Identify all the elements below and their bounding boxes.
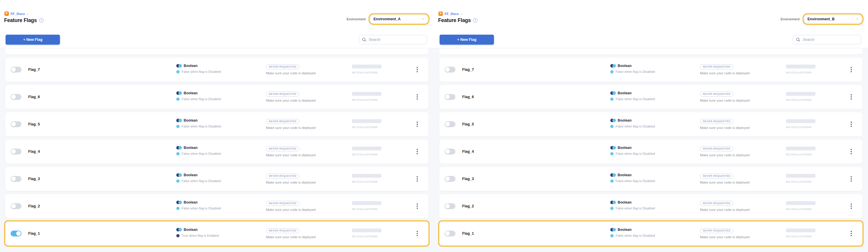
flag-list: Flag_7 Boolean False when flag is Disabl…	[0, 48, 434, 252]
chevron-right-icon: ›	[27, 12, 28, 15]
flag-status-label: False when flag is Disabled	[616, 207, 655, 210]
evaluations-placeholder-bar	[786, 147, 815, 150]
more-options-button[interactable]	[415, 229, 420, 238]
feature-flags-panel: ⚑ FF_Docs › Feature Flags i Environment …	[0, 0, 434, 252]
flag-toggle[interactable]	[444, 203, 456, 209]
evaluations-column: NO EVALUATIONS	[352, 65, 381, 74]
flag-row: Flag_6 Boolean False when flag is Disabl…	[439, 85, 862, 109]
environment-select-value: Environment_A	[373, 17, 401, 21]
evaluations-column: NO EVALUATIONS	[786, 119, 815, 129]
toggle-knob	[445, 122, 450, 127]
more-options-button[interactable]	[415, 202, 420, 210]
search-box[interactable]	[359, 35, 427, 44]
toolbar: + New Flag	[0, 29, 434, 48]
breadcrumb-project-link[interactable]: FF_Docs	[10, 12, 25, 15]
flag-name[interactable]: Flag_2	[28, 204, 40, 208]
flag-name[interactable]: Flag_1	[462, 231, 474, 235]
flag-type-column: Boolean False when flag is Disabled	[610, 173, 655, 183]
flag-toggle[interactable]	[10, 149, 22, 155]
more-options-button[interactable]	[849, 148, 854, 156]
new-flag-button[interactable]: + New Flag	[440, 35, 494, 45]
more-options-button[interactable]	[415, 175, 420, 183]
flag-toggle[interactable]	[444, 121, 456, 127]
evaluations-column: NO EVALUATIONS	[786, 92, 815, 101]
search-input[interactable]	[802, 37, 858, 42]
deploy-hint-label: Make sure your code is deployed	[700, 71, 750, 75]
flag-type-label: Boolean	[618, 173, 631, 177]
chevron-right-icon: ›	[461, 12, 462, 15]
flag-name[interactable]: Flag_2	[462, 204, 474, 208]
breadcrumb-project-link[interactable]: FF_Docs	[444, 12, 459, 15]
flag-type-label: Boolean	[184, 91, 197, 95]
flag-type-label: Boolean	[184, 118, 197, 123]
more-options-button[interactable]	[415, 93, 420, 101]
flag-toggle[interactable]	[10, 94, 22, 100]
flag-toggle[interactable]	[10, 176, 22, 182]
boolean-type-icon	[610, 228, 616, 231]
deploy-hint-label: Make sure your code is deployed	[700, 126, 750, 129]
flag-type-column: Boolean False when flag is Disabled	[610, 228, 655, 237]
flag-name[interactable]: Flag_3	[462, 177, 474, 181]
environment-select[interactable]: Environment_B ⌄	[804, 15, 862, 23]
evaluations-column: NO EVALUATIONS	[786, 201, 815, 211]
flag-name[interactable]: Flag_5	[462, 122, 474, 126]
flag-toggle[interactable]	[444, 230, 456, 237]
more-options-button[interactable]	[849, 175, 854, 183]
flag-toggle[interactable]	[10, 230, 22, 237]
more-options-button[interactable]	[849, 229, 854, 238]
more-options-button[interactable]	[415, 120, 420, 128]
boolean-type-icon	[176, 91, 182, 95]
flag-name[interactable]: Flag_7	[462, 68, 474, 72]
more-options-button[interactable]	[415, 65, 420, 74]
flag-name[interactable]: Flag_4	[28, 150, 40, 154]
variation-dot-icon	[176, 234, 180, 237]
more-options-button[interactable]	[415, 148, 420, 156]
search-input[interactable]	[368, 37, 424, 42]
flag-name[interactable]: Flag_7	[28, 68, 40, 72]
flag-type-label: Boolean	[618, 64, 631, 68]
flag-name[interactable]: Flag_4	[462, 150, 474, 154]
flag-toggle[interactable]	[444, 176, 456, 182]
page-title: Feature Flags	[4, 17, 37, 24]
flag-name[interactable]: Flag_5	[28, 122, 40, 126]
flag-type-label: Boolean	[618, 118, 631, 123]
deploy-hint-label: Make sure your code is deployed	[700, 153, 750, 157]
new-flag-button[interactable]: + New Flag	[6, 35, 60, 45]
flag-name[interactable]: Flag_3	[28, 177, 40, 181]
search-icon	[362, 38, 366, 42]
info-icon[interactable]: i	[473, 18, 477, 23]
flag-state-column: NEVER-REQUESTED Make sure your code is d…	[266, 227, 316, 239]
toggle-knob	[445, 177, 450, 181]
evaluations-placeholder-bar	[786, 174, 815, 178]
variation-dot-icon	[176, 97, 180, 101]
flag-toggle[interactable]	[444, 94, 456, 100]
title-row: Feature Flags i	[4, 17, 43, 24]
panel-header: ⚑ FF_Docs › Feature Flags i Environment …	[0, 0, 434, 29]
never-requested-badge: NEVER-REQUESTED	[700, 228, 734, 233]
flag-name[interactable]: Flag_6	[462, 95, 474, 99]
info-icon[interactable]: i	[39, 18, 43, 23]
never-requested-badge: NEVER-REQUESTED	[700, 201, 734, 206]
project-flag-logo-icon: ⚑	[4, 11, 9, 16]
deploy-hint-label: Make sure your code is deployed	[700, 181, 750, 184]
flag-name[interactable]: Flag_1	[28, 231, 40, 235]
flag-toggle[interactable]	[10, 203, 22, 209]
deploy-hint-label: Make sure your code is deployed	[266, 181, 316, 184]
evaluations-label: NO EVALUATIONS	[786, 125, 815, 129]
flag-type-column: Boolean False when flag is Disabled	[610, 200, 655, 210]
environment-select[interactable]: Environment_A ⌄	[370, 15, 428, 23]
evaluations-label: NO EVALUATIONS	[786, 153, 815, 156]
flag-name[interactable]: Flag_6	[28, 95, 40, 99]
flag-toggle[interactable]	[444, 67, 456, 72]
environment-select-value: Environment_B	[807, 17, 835, 21]
more-options-button[interactable]	[849, 120, 854, 128]
flag-toggle[interactable]	[10, 121, 22, 127]
more-options-button[interactable]	[849, 93, 854, 101]
search-box[interactable]	[793, 35, 861, 44]
more-options-button[interactable]	[849, 65, 854, 74]
flag-toggle[interactable]	[444, 149, 456, 155]
never-requested-badge: NEVER-REQUESTED	[266, 92, 300, 97]
deploy-hint-label: Make sure your code is deployed	[700, 235, 750, 239]
flag-toggle[interactable]	[10, 67, 22, 72]
more-options-button[interactable]	[849, 202, 854, 210]
